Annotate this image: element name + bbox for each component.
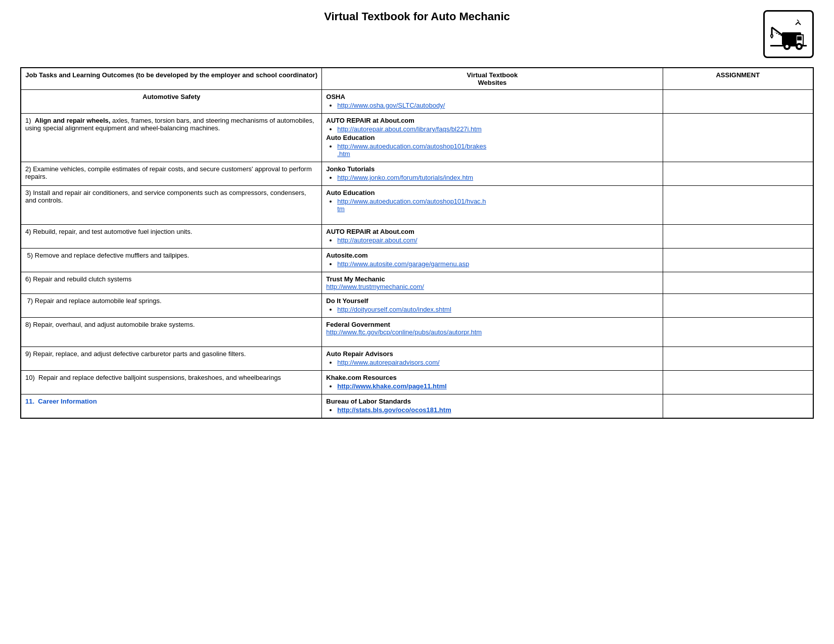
col-header-tasks: Job Tasks and Learning Outcomes (to be d…: [21, 68, 322, 90]
svg-line-11: [796, 22, 798, 25]
websites-cell-10: Khake.com Resources http://www.khake.com…: [322, 371, 663, 394]
assignment-cell-6: [663, 272, 813, 294]
task-cell-7: 7) Repair and replace automobile leaf sp…: [21, 294, 322, 318]
assignment-cell-3: [663, 186, 813, 225]
websites-cell-7: Do It Yourself http://doityourself.com/a…: [322, 294, 663, 318]
link[interactable]: http://stats.bls.gov/oco/ocos181.htm: [337, 406, 451, 414]
websites-cell-9: Auto Repair Advisors http://www.autorepa…: [322, 347, 663, 371]
list-item: http://doityourself.com/auto/index.shtml: [337, 306, 658, 313]
col-header-websites: Virtual TextbookWebsites: [322, 68, 663, 90]
page-header: Virtual Textbook for Auto Mechanic: [20, 10, 814, 58]
task-cell-10: 10) Repair and replace defective balljoi…: [21, 371, 322, 394]
table-row: 8) Repair, overhaul, and adjust automobi…: [21, 318, 813, 347]
websites-cell-6: Trust My Mechanic http://www.trustmymech…: [322, 272, 663, 294]
table-row: 11. Career Information Bureau of Labor S…: [21, 394, 813, 419]
table-row: 9) Repair, replace, and adjust defective…: [21, 347, 813, 371]
websites-cell-4: AUTO REPAIR at About.com http://autorepa…: [322, 225, 663, 249]
link[interactable]: http://autorepair.about.com/library/faqs…: [337, 125, 481, 133]
main-table: Job Tasks and Learning Outcomes (to be d…: [20, 67, 814, 419]
link[interactable]: http://www.autoeducation.com/autoshop101…: [337, 142, 486, 158]
link[interactable]: http://doityourself.com/auto/index.shtml: [337, 306, 451, 313]
svg-line-13: [797, 20, 799, 22]
list-item: http://www.autoeducation.com/autoshop101…: [337, 142, 658, 158]
task-cell-9: 9) Repair, replace, and adjust defective…: [21, 347, 322, 371]
automotive-safety-websites: OSHA http://www.osha.gov/SLTC/autobody/: [322, 90, 663, 114]
list-item: http://www.autorepairadvisors.com/: [337, 359, 658, 366]
websites-cell-1: AUTO REPAIR at About.com http://autorepa…: [322, 114, 663, 162]
task-bold-text: Align and repair wheels,: [35, 117, 111, 124]
task-cell-2: 2) Examine vehicles, compile estimates o…: [21, 162, 322, 186]
assignment-cell-4: [663, 225, 813, 249]
list-item: http://stats.bls.gov/oco/ocos181.htm: [337, 406, 658, 414]
task-cell-8: 8) Repair, overhaul, and adjust automobi…: [21, 318, 322, 347]
task-cell-3: 3) Install and repair air conditioners, …: [21, 186, 322, 225]
link[interactable]: http://www.autoeducation.com/autoshop101…: [337, 197, 486, 213]
assignment-cell-9: [663, 347, 813, 371]
osha-header: OSHA: [326, 93, 345, 101]
svg-point-5: [785, 45, 789, 48]
table-row: 5) Remove and replace defective mufflers…: [21, 249, 813, 272]
link[interactable]: http://www.ftc.gov/bcp/conline/pubs/auto…: [326, 328, 482, 336]
svg-point-7: [798, 45, 801, 48]
col-header-assignment: ASSIGNMENT: [663, 68, 813, 90]
list-item: http://autorepair.about.com/library/faqs…: [337, 125, 658, 133]
websites-cell-5: Autosite.com http://www.autosite.com/gar…: [322, 249, 663, 272]
task-cell-11: 11. Career Information: [21, 394, 322, 419]
svg-rect-3: [797, 36, 802, 40]
link[interactable]: http://autorepair.about.com/: [337, 236, 417, 244]
task-cell-6: 6) Repair and rebuild clutch systems: [21, 272, 322, 294]
table-row: 7) Repair and replace automobile leaf sp…: [21, 294, 813, 318]
automotive-safety-row: Automotive Safety OSHA http://www.osha.g…: [21, 90, 813, 114]
task-cell-4: 4) Rebuild, repair, and test automotive …: [21, 225, 322, 249]
table-row: 4) Rebuild, repair, and test automotive …: [21, 225, 813, 249]
title-area: Virtual Textbook for Auto Mechanic: [71, 10, 763, 23]
automotive-safety-assignment: [663, 90, 813, 114]
assignment-cell-2: [663, 162, 813, 186]
automotive-safety-task: Automotive Safety: [21, 90, 322, 114]
assignment-cell-7: [663, 294, 813, 318]
assignment-cell-1: [663, 114, 813, 162]
assignment-cell-8: [663, 318, 813, 347]
table-row: 6) Repair and rebuild clutch systems Tru…: [21, 272, 813, 294]
table-row: 2) Examine vehicles, compile estimates o…: [21, 162, 813, 186]
career-information-label: 11. Career Information: [25, 398, 97, 405]
table-row: 3) Install and repair air conditioners, …: [21, 186, 813, 225]
link[interactable]: http://www.trustmymechanic.com/: [326, 283, 424, 290]
svg-line-12: [798, 22, 801, 25]
link[interactable]: http://www.jonko.com/forum/tutorials/ind…: [337, 174, 473, 181]
list-item: http://www.autosite.com/garage/garmenu.a…: [337, 260, 658, 268]
page-title: Virtual Textbook for Auto Mechanic: [324, 10, 510, 23]
list-item: http://www.osha.gov/SLTC/autobody/: [337, 102, 658, 109]
link[interactable]: http://www.autosite.com/garage/garmenu.a…: [337, 260, 469, 268]
logo-box: [763, 10, 814, 58]
table-header-row: Job Tasks and Learning Outcomes (to be d…: [21, 68, 813, 90]
assignment-cell-10: [663, 371, 813, 394]
task-cell-1: 1) Align and repair wheels, axles, frame…: [21, 114, 322, 162]
websites-cell-8: Federal Government http://www.ftc.gov/bc…: [322, 318, 663, 347]
websites-cell-3: Auto Education http://www.autoeducation.…: [322, 186, 663, 225]
table-row: 1) Align and repair wheels, axles, frame…: [21, 114, 813, 162]
websites-cell-2: Jonko Tutorials http://www.jonko.com/for…: [322, 162, 663, 186]
websites-cell-11: Bureau of Labor Standards http://stats.b…: [322, 394, 663, 419]
osha-link[interactable]: http://www.osha.gov/SLTC/autobody/: [337, 102, 445, 109]
table-row: 10) Repair and replace defective balljoi…: [21, 371, 813, 394]
assignment-cell-11: [663, 394, 813, 419]
assignment-cell-5: [663, 249, 813, 272]
tow-truck-icon: [768, 15, 809, 54]
list-item: http://autorepair.about.com/: [337, 236, 658, 244]
list-item: http://www.khake.com/page11.html: [337, 382, 658, 390]
task-cell-5: 5) Remove and replace defective mufflers…: [21, 249, 322, 272]
list-item: http://www.jonko.com/forum/tutorials/ind…: [337, 174, 658, 181]
list-item: http://www.autoeducation.com/autoshop101…: [337, 197, 658, 213]
link[interactable]: http://www.autorepairadvisors.com/: [337, 359, 439, 366]
link[interactable]: http://www.khake.com/page11.html: [337, 382, 446, 390]
